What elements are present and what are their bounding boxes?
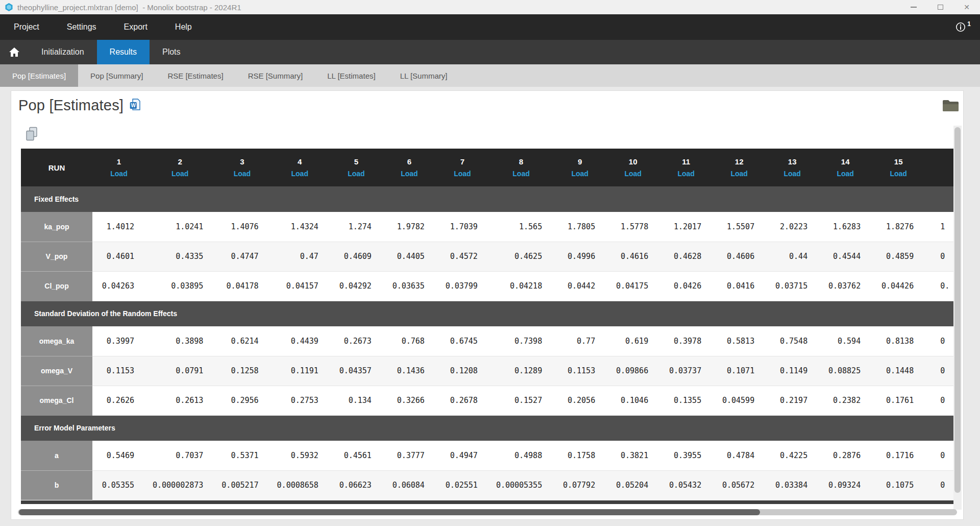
value-cell: 0.1355 bbox=[659, 386, 713, 415]
load-link[interactable]: Load bbox=[826, 170, 865, 178]
value-cell: 0.8138 bbox=[872, 326, 925, 356]
vertical-scrollbar[interactable] bbox=[953, 126, 962, 510]
load-link[interactable]: Load bbox=[773, 170, 812, 178]
value-cell: 0.7037 bbox=[145, 441, 214, 470]
value-cell: 0.4439 bbox=[270, 326, 330, 356]
notification-info-button[interactable]: 1 bbox=[955, 21, 971, 33]
subtab-ll-estimates[interactable]: LL [Estimates] bbox=[315, 64, 387, 87]
value-cell: 0.619 bbox=[606, 326, 659, 356]
parameter-label: ka_pop bbox=[21, 212, 92, 242]
load-link[interactable]: Load bbox=[390, 170, 429, 178]
value-cell: 0.1258 bbox=[214, 356, 270, 386]
subtab-bar: Pop [Estimates]Pop [Summary]RSE [Estimat… bbox=[0, 64, 980, 87]
value-cell: 0.05672 bbox=[713, 470, 766, 500]
subtab-rse-estimates[interactable]: RSE [Estimates] bbox=[155, 64, 235, 87]
horizontal-scrollbar-thumb[interactable] bbox=[19, 509, 760, 515]
value-cell: 0.000002873 bbox=[145, 470, 214, 500]
subtab-rse-summary[interactable]: RSE [Summary] bbox=[236, 64, 315, 87]
horizontal-scrollbar[interactable] bbox=[18, 509, 957, 515]
value-cell: 0.1153 bbox=[553, 356, 606, 386]
table-row-b: b0.053550.0000028730.0052170.00086580.06… bbox=[21, 470, 954, 500]
table-row-v-pop: V_pop0.46010.43350.47470.470.46090.44050… bbox=[21, 242, 954, 271]
value-cell: 0.5371 bbox=[214, 441, 270, 470]
tab-initialization[interactable]: Initialization bbox=[29, 40, 97, 64]
menu-item-settings[interactable]: Settings bbox=[53, 14, 110, 40]
close-button[interactable]: ✕ bbox=[953, 0, 980, 14]
subtab-pop-summary[interactable]: Pop [Summary] bbox=[78, 64, 155, 87]
value-cell: 0.594 bbox=[819, 326, 872, 356]
value-cell: 1.0241 bbox=[145, 212, 214, 242]
value-cell-clipped: 1 bbox=[925, 212, 954, 242]
value-cell: 0.1208 bbox=[436, 356, 489, 386]
value-cell: 0.1448 bbox=[872, 356, 925, 386]
run-number: 12 bbox=[720, 157, 758, 166]
table-row-ka-pop: ka_pop1.40121.02411.40761.43241.2741.978… bbox=[21, 212, 954, 242]
value-cell-clipped: 0 bbox=[925, 242, 954, 271]
load-link[interactable]: Load bbox=[222, 170, 262, 178]
table-body: Fixed Effectska_pop1.40121.02411.40761.4… bbox=[21, 186, 954, 500]
load-link[interactable]: Load bbox=[879, 170, 918, 178]
value-cell: 1.4324 bbox=[270, 212, 330, 242]
nav-tabs: InitializationResultsPlots bbox=[29, 40, 193, 64]
value-cell: 0.4561 bbox=[330, 441, 383, 470]
subtab-pop-estimates[interactable]: Pop [Estimates] bbox=[0, 64, 78, 87]
load-link[interactable]: Load bbox=[337, 170, 376, 178]
value-cell: 0.04599 bbox=[713, 386, 766, 415]
value-cell: 1.2017 bbox=[659, 212, 713, 242]
load-link[interactable]: Load bbox=[443, 170, 482, 178]
load-link[interactable]: Load bbox=[153, 170, 207, 178]
tab-plots[interactable]: Plots bbox=[150, 40, 193, 64]
menu-item-project[interactable]: Project bbox=[0, 14, 53, 40]
value-cell: 0.05432 bbox=[659, 470, 713, 500]
minimize-button[interactable] bbox=[900, 0, 927, 14]
parameter-label: V_pop bbox=[21, 242, 92, 271]
home-tab[interactable] bbox=[0, 40, 29, 64]
maximize-button[interactable] bbox=[927, 0, 953, 14]
run-column-header-4: 4Load bbox=[270, 149, 330, 186]
tab-results[interactable]: Results bbox=[97, 40, 150, 64]
maximize-icon bbox=[938, 5, 943, 10]
menu-item-export[interactable]: Export bbox=[110, 14, 161, 40]
run-number: 10 bbox=[614, 157, 652, 166]
value-cell: 0.4628 bbox=[659, 242, 713, 271]
value-cell: 0.02551 bbox=[436, 470, 489, 500]
vertical-scrollbar-thumb[interactable] bbox=[954, 127, 961, 493]
load-link[interactable]: Load bbox=[720, 170, 758, 178]
value-cell: 1.6283 bbox=[819, 212, 872, 242]
value-cell: 0.06623 bbox=[330, 470, 383, 500]
value-cell: 0.1149 bbox=[766, 356, 819, 386]
value-cell: 0.1153 bbox=[92, 356, 145, 386]
load-link[interactable]: Load bbox=[277, 170, 323, 178]
load-link[interactable]: Load bbox=[496, 170, 546, 178]
run-header: RUN bbox=[21, 149, 92, 186]
load-link[interactable]: Load bbox=[667, 170, 705, 178]
menu-item-help[interactable]: Help bbox=[161, 14, 206, 40]
run-column-header-1: 1Load bbox=[92, 149, 145, 186]
load-link[interactable]: Load bbox=[100, 170, 138, 178]
value-cell: 0.7398 bbox=[489, 326, 553, 356]
value-cell: 0.3997 bbox=[92, 326, 145, 356]
value-cell: 0.03895 bbox=[145, 271, 214, 301]
value-cell: 1.274 bbox=[330, 212, 383, 242]
subtab-ll-summary[interactable]: LL [Summary] bbox=[388, 64, 460, 87]
value-cell: 0.04426 bbox=[872, 271, 925, 301]
word-export-icon[interactable]: W bbox=[130, 99, 140, 111]
window-title: theophylline_project.mlxtran [demo] - Mo… bbox=[17, 3, 241, 12]
table-row-omega-ka: omega_ka0.39970.38980.62140.44390.26730.… bbox=[21, 326, 954, 356]
value-cell: 0.2382 bbox=[819, 386, 872, 415]
value-cell: 0.0426 bbox=[659, 271, 713, 301]
load-link[interactable]: Load bbox=[614, 170, 652, 178]
copy-table-icon[interactable] bbox=[26, 127, 39, 141]
run-number: 14 bbox=[826, 157, 865, 166]
run-column-header-2: 2Load bbox=[145, 149, 214, 186]
value-cell: 0.04157 bbox=[270, 271, 330, 301]
value-cell: 0.04263 bbox=[92, 271, 145, 301]
parameter-label: omega_ka bbox=[21, 326, 92, 356]
run-number: 7 bbox=[443, 157, 482, 166]
value-cell: 0.1758 bbox=[553, 441, 606, 470]
value-cell: 0.08825 bbox=[819, 356, 872, 386]
value-cell: 0.1191 bbox=[270, 356, 330, 386]
open-folder-icon[interactable] bbox=[942, 99, 959, 112]
load-link[interactable]: Load bbox=[560, 170, 599, 178]
value-cell: 0.2613 bbox=[145, 386, 214, 415]
